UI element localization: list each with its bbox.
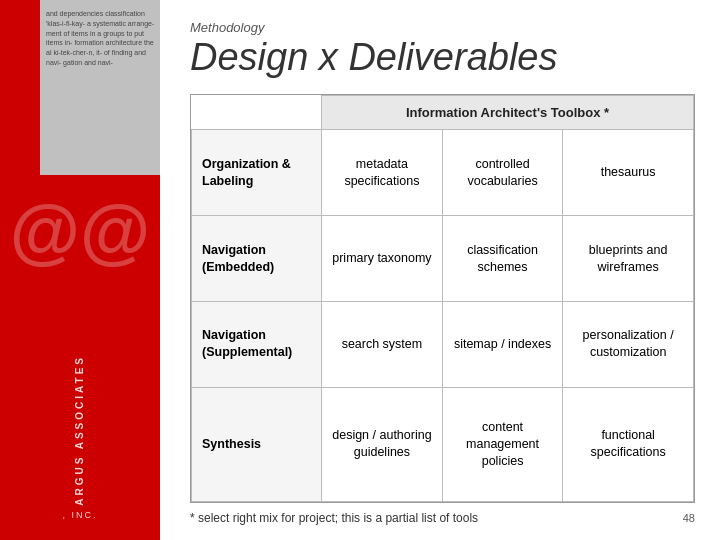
deliverables-table: Information Architect's Toolbox * Organi…	[191, 95, 694, 502]
row-label-nav-supp: Navigation (Supplemental)	[192, 301, 322, 387]
sidebar-red-bar	[0, 0, 40, 175]
cell-nave-col2: classification schemes	[442, 216, 562, 302]
sidebar-bottom: @@ ARGUS ASSOCIATES , INC.	[0, 175, 160, 540]
cell-syn-col3: functional specifications	[563, 387, 694, 501]
footer: * select right mix for project; this is …	[190, 511, 695, 525]
footer-page: 48	[683, 512, 695, 524]
cell-navs-col3: personalization / customization	[563, 301, 694, 387]
row-label-nav-embedded: Navigation (Embedded)	[192, 216, 322, 302]
sidebar: and dependencies classification 'klas-i-…	[0, 0, 175, 540]
cell-nave-col1: primary taxonomy	[322, 216, 443, 302]
methodology-label: Methodology	[190, 20, 695, 35]
page-title: Design x Deliverables	[190, 37, 695, 79]
cell-nave-col3: blueprints and wireframes	[563, 216, 694, 302]
cell-syn-col1: design / authoring guidelines	[322, 387, 443, 501]
company-inc: , INC.	[62, 510, 97, 520]
table-corner	[192, 95, 322, 130]
sidebar-image-text: and dependencies classification 'klas-i-…	[42, 5, 160, 175]
company-name: ARGUS ASSOCIATES	[74, 355, 85, 506]
table-row: Navigation (Supplemental) search system …	[192, 301, 694, 387]
main-content: Methodology Design x Deliverables Inform…	[175, 0, 720, 540]
cell-navs-col2: sitemap / indexes	[442, 301, 562, 387]
cell-org-col2: controlled vocabularies	[442, 130, 562, 216]
table-row: Navigation (Embedded) primary taxonomy c…	[192, 216, 694, 302]
cell-org-col3: thesaurus	[563, 130, 694, 216]
table-row: Synthesis design / authoring guidelines …	[192, 387, 694, 501]
table-row: Organization & Labeling metadata specifi…	[192, 130, 694, 216]
row-label-org: Organization & Labeling	[192, 130, 322, 216]
at-symbol: @@	[10, 195, 150, 267]
cell-org-col1: metadata specifications	[322, 130, 443, 216]
sidebar-image: and dependencies classification 'klas-i-…	[0, 0, 160, 175]
deliverables-table-container: Information Architect's Toolbox * Organi…	[190, 94, 695, 503]
footer-note: * select right mix for project; this is …	[190, 511, 478, 525]
toolbox-header: Information Architect's Toolbox *	[322, 95, 694, 130]
cell-syn-col2: content management policies	[442, 387, 562, 501]
cell-navs-col1: search system	[322, 301, 443, 387]
row-label-synthesis: Synthesis	[192, 387, 322, 501]
